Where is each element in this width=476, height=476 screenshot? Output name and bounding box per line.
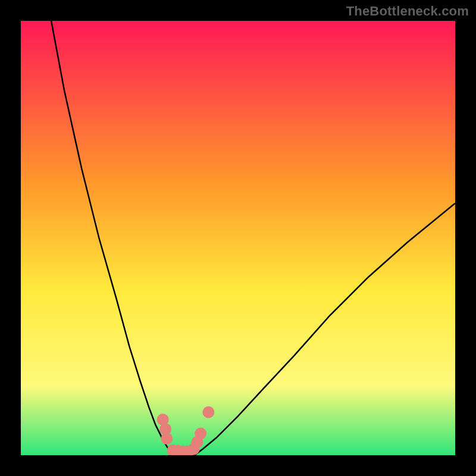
- data-marker: [195, 428, 206, 440]
- plot-area: [21, 21, 455, 455]
- gradient-background: [21, 21, 455, 455]
- data-marker: [161, 433, 173, 444]
- plot-svg: [21, 21, 455, 455]
- data-marker: [202, 406, 214, 418]
- chart-frame: TheBottleneck.com: [0, 0, 476, 476]
- watermark-text: TheBottleneck.com: [346, 4, 469, 19]
